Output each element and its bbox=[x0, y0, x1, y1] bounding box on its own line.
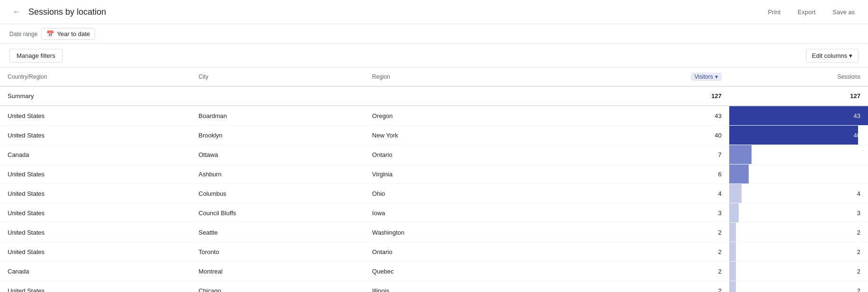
cell-sessions: 3 bbox=[729, 203, 868, 223]
table-row: CanadaOttawaOntario77 bbox=[0, 145, 868, 164]
cell-visitors: 43 bbox=[625, 106, 729, 126]
sort-icon: ▾ bbox=[715, 73, 718, 80]
cell-visitors: 40 bbox=[625, 126, 729, 145]
table-row: United StatesBoardmanOregon4343 bbox=[0, 106, 868, 126]
sessions-table: Country/Region City Region Visitors ▾ Se… bbox=[0, 68, 868, 292]
cell-sessions: 2 bbox=[729, 223, 868, 242]
cell-region: Iowa bbox=[365, 203, 625, 223]
date-range-button[interactable]: 📅 Year to date bbox=[41, 28, 95, 40]
table-row: United StatesSeattleWashington22 bbox=[0, 223, 868, 242]
manage-filters-button[interactable]: Manage filters bbox=[9, 49, 63, 63]
table-row: United StatesAshburnVirginia66 bbox=[0, 164, 868, 184]
cell-country: United States bbox=[0, 106, 191, 126]
cell-region: New York bbox=[365, 126, 625, 145]
cell-sessions: 2 bbox=[729, 262, 868, 281]
cell-region: Ontario bbox=[365, 242, 625, 262]
cell-country: Canada bbox=[0, 145, 191, 164]
cell-city: Boardman bbox=[191, 106, 365, 126]
date-range-value: Year to date bbox=[57, 30, 90, 37]
cell-visitors: 2 bbox=[625, 242, 729, 262]
table-row: United StatesCouncil BluffsIowa33 bbox=[0, 203, 868, 223]
col-header-city: City bbox=[191, 68, 365, 86]
visitors-sort-badge[interactable]: Visitors ▾ bbox=[691, 73, 722, 81]
cell-city: Council Bluffs bbox=[191, 203, 365, 223]
cell-visitors: 2 bbox=[625, 281, 729, 292]
cell-visitors: 2 bbox=[625, 223, 729, 242]
print-button[interactable]: Print bbox=[764, 7, 785, 18]
cell-sessions: 2 bbox=[729, 281, 868, 292]
cell-visitors: 6 bbox=[625, 164, 729, 184]
date-range-section: Date range 📅 Year to date bbox=[9, 28, 95, 40]
col-header-sessions: Sessions bbox=[729, 68, 868, 86]
table-header-row: Country/Region City Region Visitors ▾ Se… bbox=[0, 68, 868, 86]
table-row: CanadaMontrealQuebec22 bbox=[0, 262, 868, 281]
cell-sessions: 2 bbox=[729, 242, 868, 262]
calendar-icon: 📅 bbox=[46, 30, 54, 37]
cell-visitors: 7 bbox=[625, 145, 729, 164]
col-header-visitors[interactable]: Visitors ▾ bbox=[625, 68, 729, 86]
edit-columns-button[interactable]: Edit columns ▾ bbox=[806, 49, 859, 63]
cell-country: United States bbox=[0, 126, 191, 145]
cell-visitors: 4 bbox=[625, 184, 729, 203]
cell-region: Oregon bbox=[365, 106, 625, 126]
summary-visitors: 127 bbox=[625, 86, 729, 106]
cell-country: United States bbox=[0, 281, 191, 292]
table-row: United StatesTorontoOntario22 bbox=[0, 242, 868, 262]
chevron-down-icon: ▾ bbox=[849, 52, 852, 59]
cell-sessions: 4 bbox=[729, 184, 868, 203]
summary-label: Summary bbox=[0, 86, 191, 106]
cell-region: Washington bbox=[365, 223, 625, 242]
cell-sessions: 43 bbox=[729, 106, 868, 126]
cell-city: Brooklyn bbox=[191, 126, 365, 145]
cell-region: Ontario bbox=[365, 145, 625, 164]
cell-region: Virginia bbox=[365, 164, 625, 184]
cell-country: United States bbox=[0, 164, 191, 184]
col-header-country: Country/Region bbox=[0, 68, 191, 86]
table-row: United StatesChicagoIllinois22 bbox=[0, 281, 868, 292]
cell-city: Chicago bbox=[191, 281, 365, 292]
summary-row: Summary 127 127 bbox=[0, 86, 868, 106]
cell-city: Ottawa bbox=[191, 145, 365, 164]
cell-country: United States bbox=[0, 184, 191, 203]
cell-city: Columbus bbox=[191, 184, 365, 203]
cell-sessions: 7 bbox=[729, 145, 868, 164]
date-range-label: Date range bbox=[9, 31, 37, 37]
summary-sessions: 127 bbox=[729, 86, 868, 106]
table-row: United StatesBrooklynNew York4040 bbox=[0, 126, 868, 145]
cell-city: Ashburn bbox=[191, 164, 365, 184]
page-title: Sessions by location bbox=[28, 7, 106, 17]
table-row: United StatesColumbusOhio44 bbox=[0, 184, 868, 203]
cell-region: Illinois bbox=[365, 281, 625, 292]
header-left: ← Sessions by location bbox=[9, 5, 106, 19]
cell-city: Seattle bbox=[191, 223, 365, 242]
back-button[interactable]: ← bbox=[9, 5, 24, 19]
cell-country: United States bbox=[0, 223, 191, 242]
cell-visitors: 3 bbox=[625, 203, 729, 223]
cell-sessions: 6 bbox=[729, 164, 868, 184]
cell-sessions: 40 bbox=[729, 126, 868, 145]
cell-country: Canada bbox=[0, 262, 191, 281]
page-header: ← Sessions by location Print Export Save… bbox=[0, 0, 868, 24]
cell-country: United States bbox=[0, 242, 191, 262]
cell-city: Toronto bbox=[191, 242, 365, 262]
export-button[interactable]: Export bbox=[794, 7, 819, 18]
col-header-region: Region bbox=[365, 68, 625, 86]
filters-row: Manage filters Edit columns ▾ bbox=[0, 44, 868, 68]
cell-region: Quebec bbox=[365, 262, 625, 281]
save-as-button[interactable]: Save as bbox=[829, 7, 859, 18]
date-range-toolbar: Date range 📅 Year to date bbox=[0, 24, 868, 44]
cell-region: Ohio bbox=[365, 184, 625, 203]
data-table-container: Country/Region City Region Visitors ▾ Se… bbox=[0, 68, 868, 292]
cell-country: United States bbox=[0, 203, 191, 223]
cell-visitors: 2 bbox=[625, 262, 729, 281]
cell-city: Montreal bbox=[191, 262, 365, 281]
header-actions: Print Export Save as bbox=[764, 7, 859, 18]
